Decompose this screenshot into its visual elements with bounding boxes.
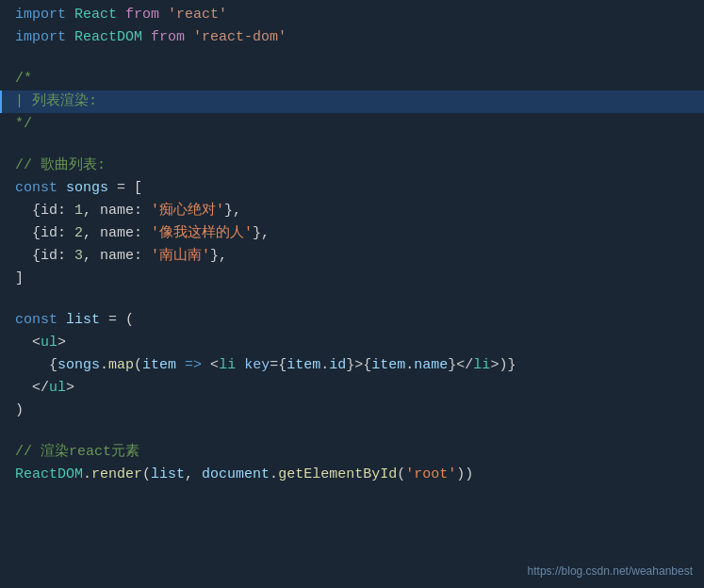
code-token: } (448, 354, 456, 376)
code-token: item (287, 354, 320, 376)
code-token: > (57, 332, 66, 353)
code-line: {id: 3, name: '南山南'}, (0, 245, 704, 268)
code-token: ) (15, 400, 24, 421)
code-token: )) (456, 464, 473, 485)
code-line: ] (0, 268, 704, 290)
code-editor: import React from 'react'import ReactDOM… (0, 0, 704, 588)
code-token (236, 354, 244, 376)
code-token: 歌曲列表: (41, 155, 106, 176)
code-token: </ (456, 354, 473, 376)
code-token: const (15, 309, 66, 331)
code-token: }, (224, 200, 241, 221)
code-token: render (91, 464, 142, 485)
code-token: name (414, 354, 448, 376)
code-line: const songs = [ (0, 177, 704, 200)
code-token: 渲染react元素 (41, 441, 139, 463)
code-token: 'react-dom' (193, 26, 287, 48)
code-token: ul (41, 332, 57, 353)
code-token: songs (66, 177, 108, 199)
code-token: | (15, 90, 32, 112)
code-token: item (371, 354, 405, 376)
code-token: . (320, 354, 329, 376)
code-token: { (363, 354, 371, 376)
code-token: */ (15, 113, 32, 135)
code-token: key (244, 354, 270, 376)
code-token: from (117, 4, 168, 25)
code-token: . (405, 354, 414, 376)
code-token: li (473, 354, 490, 376)
code-line (0, 136, 704, 155)
code-token: = [ (108, 177, 142, 199)
code-line: const list = ( (0, 309, 704, 332)
code-token: 1 (74, 200, 83, 221)
code-token: => (176, 354, 210, 376)
code-token: ] (15, 268, 24, 289)
code-token: { (15, 354, 57, 376)
code-token: >) (490, 354, 507, 376)
code-token: document (202, 464, 270, 485)
code-line: <ul> (0, 332, 704, 354)
code-token: const (15, 177, 66, 199)
code-token: ul (49, 377, 66, 399)
code-token: {id: (15, 222, 74, 244)
code-line: /* (0, 68, 704, 90)
code-token: // (15, 441, 41, 463)
code-line: ReactDOM.render(list, document.getElemen… (0, 464, 704, 486)
code-token: {id: (15, 200, 74, 221)
code-token: map (108, 354, 134, 376)
code-token: . (270, 464, 278, 485)
code-token: {id: (15, 245, 74, 267)
code-token: // (15, 155, 41, 176)
code-line: </ul> (0, 377, 704, 400)
code-line: */ (0, 113, 704, 136)
code-token: } (507, 354, 516, 376)
code-line: // 歌曲列表: (0, 155, 704, 177)
code-token: ( (134, 354, 142, 376)
code-token: id (329, 354, 346, 376)
code-token: </ (15, 377, 49, 399)
code-token: from (142, 26, 193, 48)
code-line: // 渲染react元素 (0, 441, 704, 464)
code-token: . (83, 464, 91, 485)
code-line: ) (0, 400, 704, 422)
code-line: {id: 1, name: '痴心绝对'}, (0, 200, 704, 222)
code-line (0, 49, 704, 68)
code-line: | 列表渲染: (0, 90, 704, 113)
watermark-text: https://blog.csdn.net/weahanbest (528, 563, 693, 580)
code-line (0, 422, 704, 441)
code-token: li (219, 354, 236, 376)
code-token: '南山南' (151, 245, 210, 267)
code-token: , name: (83, 222, 151, 244)
code-token: < (15, 332, 41, 353)
code-token: list (66, 309, 100, 331)
code-token: 列表渲染: (32, 90, 97, 112)
code-token: import (15, 4, 74, 25)
code-line: import React from 'react' (0, 4, 704, 26)
code-token: > (354, 354, 363, 376)
code-token: songs (57, 354, 100, 376)
code-token: }, (253, 222, 270, 244)
code-token: , (185, 464, 202, 485)
code-token: ={ (270, 354, 287, 376)
code-token: 'root' (405, 464, 456, 485)
code-line: {id: 2, name: '像我这样的人'}, (0, 222, 704, 245)
code-token: getElementById (278, 464, 397, 485)
code-token: 2 (74, 222, 83, 244)
code-token: 3 (74, 245, 83, 267)
code-token: import (15, 26, 74, 48)
code-line: import ReactDOM from 'react-dom' (0, 26, 704, 49)
code-token: '像我这样的人' (151, 222, 253, 244)
code-token: ( (142, 464, 151, 485)
code-token: < (210, 354, 219, 376)
code-token: > (66, 377, 74, 399)
code-token: ReactDOM (15, 464, 83, 485)
code-token: /* (15, 68, 32, 90)
code-line: {songs.map(item => <li key={item.id}>{it… (0, 354, 704, 377)
code-token: list (151, 464, 185, 485)
code-token: = ( (100, 309, 134, 331)
code-token: ( (397, 464, 405, 485)
code-token: item (142, 354, 176, 376)
code-token: } (346, 354, 354, 376)
code-token: . (100, 354, 108, 376)
code-token: ReactDOM (74, 26, 142, 48)
